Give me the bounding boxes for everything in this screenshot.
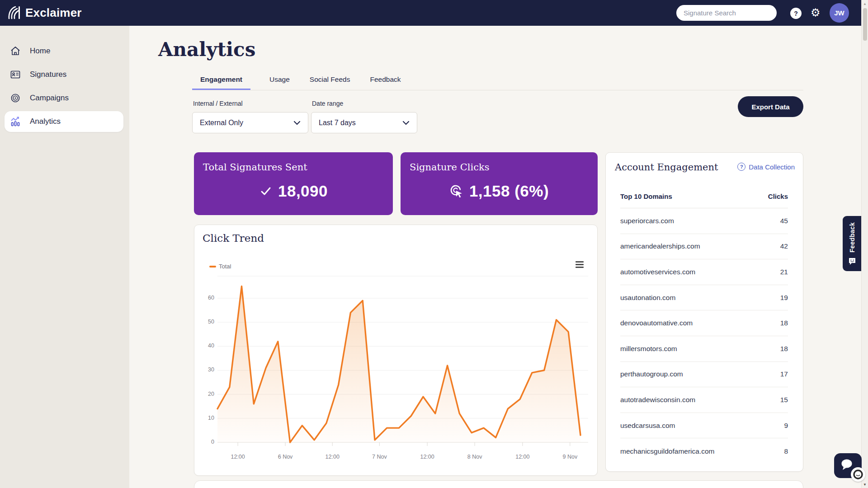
domain-cell: usautonation.com — [620, 294, 675, 302]
domain-cell: millersmotors.com — [620, 345, 677, 353]
data-collection-link[interactable]: ? Data Collection — [737, 163, 795, 171]
sidebar-item-signatures[interactable]: Signatures — [5, 64, 123, 85]
feedback-tab-label: Feedback — [849, 222, 856, 253]
sidebar-item-home[interactable]: Home — [5, 41, 123, 61]
tab-social-feeds[interactable]: Social Feeds — [309, 75, 351, 90]
scrollbar-thumb[interactable] — [863, 8, 867, 41]
internal-external-select[interactable]: External Only — [192, 112, 308, 133]
table-row: mechanicsguildofamerica.com8 — [620, 438, 788, 464]
check-icon — [259, 184, 273, 198]
feedback-side-tab[interactable]: Feedback — [843, 216, 861, 271]
x-axis-label: 12:00 — [507, 454, 538, 460]
internal-external-label: Internal / External — [193, 100, 243, 107]
stat-value: 18,090 — [278, 182, 328, 200]
stat-card-signatures-sent: Total Signatures Sent 18,090 — [194, 152, 393, 215]
tab-usage[interactable]: Usage — [269, 75, 291, 90]
date-range-value: Last 7 days — [319, 119, 356, 127]
chat-status-badge — [851, 467, 865, 482]
click-icon — [449, 184, 464, 198]
click-trend-chart — [217, 269, 588, 452]
data-collection-label: Data Collection — [749, 163, 795, 171]
gear-icon[interactable]: ⚙ — [811, 6, 821, 19]
clicks-cell: 19 — [780, 294, 788, 302]
tab-feedback[interactable]: Feedback — [369, 75, 401, 90]
clicks-cell: 9 — [784, 422, 788, 430]
domain-cell: perthautogroup.com — [620, 370, 683, 378]
chat-bubble-icon — [840, 459, 854, 471]
panel-title: Account Engagement — [615, 162, 718, 173]
sidebar-item-label: Home — [30, 47, 50, 56]
sidebar-item-campaigns[interactable]: Campaigns — [5, 88, 123, 108]
clicks-cell: 45 — [780, 217, 788, 225]
x-axis-label: 6 Nov — [269, 454, 301, 460]
scroll-down-arrow[interactable]: ▼ — [863, 483, 867, 487]
stat-title: Signature Clicks — [410, 162, 589, 173]
exclaimer-logo-icon — [6, 5, 22, 21]
sidebar-item-label: Analytics — [30, 117, 61, 126]
export-data-button[interactable]: Export Data — [738, 96, 803, 117]
domain-cell: autotradewisconsin.com — [620, 396, 695, 404]
domains-table-body: superiorcars.com45americandealerships.co… — [620, 208, 788, 464]
page-title: Analytics — [158, 38, 255, 61]
tab-engagement[interactable]: Engagement — [192, 75, 250, 90]
table-row: autotradewisconsin.com15 — [620, 387, 788, 413]
x-axis-label: 12:00 — [222, 454, 254, 460]
date-range-label: Date range — [312, 100, 343, 107]
table-row: automotiveservices.com21 — [620, 259, 788, 285]
x-axis-label: 7 Nov — [363, 454, 395, 460]
domain-cell: automotiveservices.com — [620, 268, 695, 276]
chat-widget-button[interactable] — [834, 453, 862, 478]
agent-face-icon — [853, 469, 863, 480]
x-axis-label: 9 Nov — [554, 454, 586, 460]
chevron-down-icon — [402, 121, 410, 125]
column-header-clicks: Clicks — [768, 192, 788, 208]
table-row: usautonation.com19 — [620, 285, 788, 311]
signatures-icon — [10, 69, 21, 80]
clicks-cell: 8 — [784, 447, 788, 455]
scroll-up-arrow[interactable]: ▲ — [863, 2, 867, 6]
domain-cell: americandealerships.com — [620, 242, 700, 250]
column-header-domains: Top 10 Domains — [620, 192, 672, 208]
home-icon — [10, 46, 21, 56]
clicks-cell: 21 — [780, 268, 788, 276]
account-engagement-panel: Account Engagement ? Data Collection Top… — [605, 152, 803, 472]
signature-search — [676, 5, 777, 21]
sidebar-item-label: Campaigns — [30, 94, 69, 103]
chart-title: Click Trend — [203, 232, 264, 244]
brand-logo[interactable]: Exclaimer — [6, 5, 82, 21]
clicks-cell: 17 — [780, 370, 788, 378]
table-row: americandealerships.com42 — [620, 234, 788, 260]
help-icon[interactable]: ? — [790, 8, 802, 19]
chart-menu-icon[interactable] — [576, 261, 584, 269]
clicks-cell: 18 — [780, 345, 788, 353]
question-circle-icon: ? — [737, 163, 745, 171]
analytics-icon — [10, 116, 21, 127]
table-row: perthautogroup.com17 — [620, 362, 788, 388]
y-axis-label: 30 — [194, 366, 214, 373]
table-row: usedcarsusa.com9 — [620, 413, 788, 439]
top-bar: Exclaimer ? ⚙ JW — [0, 0, 868, 26]
clicks-cell: 42 — [780, 242, 788, 250]
sidebar: Home Signatures Campaigns Analytics — [0, 26, 129, 488]
analytics-tabs: Engagement Usage Social Feeds Feedback — [192, 75, 803, 90]
next-section-card — [194, 480, 803, 488]
chevron-down-icon — [293, 121, 301, 125]
y-axis-label: 60 — [194, 295, 214, 301]
internal-external-value: External Only — [200, 119, 243, 127]
sidebar-item-analytics[interactable]: Analytics — [5, 111, 123, 132]
sidebar-item-label: Signatures — [30, 70, 66, 79]
x-axis-label: 12:00 — [316, 454, 348, 460]
date-range-select[interactable]: Last 7 days — [311, 112, 417, 133]
avatar[interactable]: JW — [830, 3, 849, 23]
campaigns-icon — [10, 93, 21, 103]
click-trend-card: Click Trend Total 010203040506012:006 No… — [194, 225, 598, 476]
table-row: millersmotors.com18 — [620, 336, 788, 362]
x-axis-label: 8 Nov — [459, 454, 491, 460]
domain-cell: usedcarsusa.com — [620, 422, 675, 430]
table-row: denovoautomative.com18 — [620, 310, 788, 336]
y-axis-label: 40 — [194, 343, 214, 349]
search-input[interactable] — [684, 9, 774, 17]
y-axis-label: 50 — [194, 319, 214, 325]
x-axis-label: 12:00 — [411, 454, 443, 460]
stat-card-signature-clicks: Signature Clicks 1,158 (6%) — [401, 152, 598, 215]
